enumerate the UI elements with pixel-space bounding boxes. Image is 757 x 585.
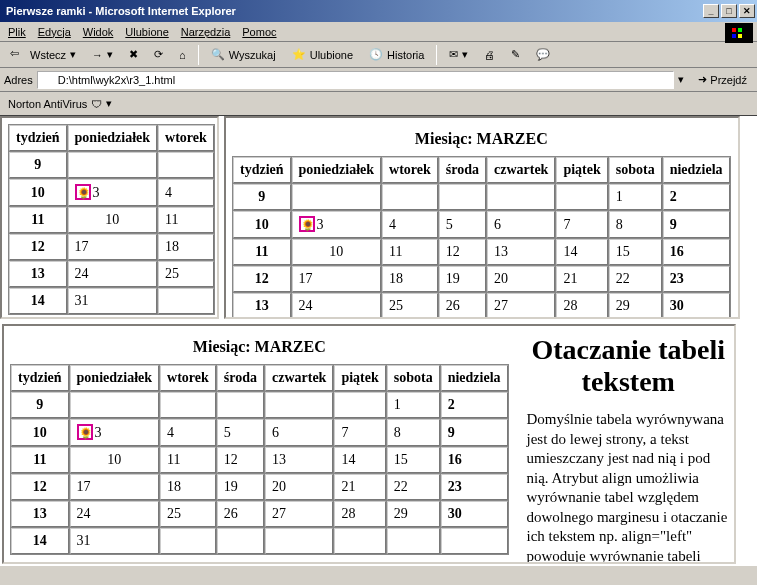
day-cell: 29 (609, 293, 662, 319)
day-cell: 🌻3 (292, 211, 381, 238)
table-row: 10🌻3456789 (11, 419, 508, 446)
day-cell: 4 (160, 419, 216, 446)
close-button[interactable]: ✕ (739, 4, 755, 18)
day-cell: 27 (265, 501, 333, 527)
menu-tools[interactable]: Narzędzia (181, 26, 231, 38)
day-cell: 5 (217, 419, 264, 446)
week-cell: 13 (11, 501, 69, 527)
maximize-button[interactable]: □ (721, 4, 737, 18)
cal-header: wtorek (158, 125, 214, 151)
cal-header: sobota (387, 365, 440, 391)
table-row: 912 (11, 392, 508, 418)
search-icon: 🔍 (211, 48, 225, 61)
favorites-button[interactable]: ⭐Ulubione (286, 46, 359, 63)
table-row: 1110111213141516 (233, 239, 730, 265)
flower-icon: 🌻 (75, 184, 91, 200)
address-dropdown[interactable]: ▾ (678, 73, 684, 86)
print-button[interactable]: 🖨 (478, 47, 501, 63)
day-cell: 10 (68, 207, 157, 233)
day-cell (382, 184, 438, 210)
address-input[interactable] (37, 71, 675, 89)
day-cell: 15 (387, 447, 440, 473)
day-cell: 7 (334, 419, 385, 446)
home-button[interactable]: ⌂ (173, 47, 192, 63)
norton-button[interactable]: Norton AntiVirus 🛡 ▾ (4, 95, 116, 112)
cal-header: niedziela (663, 157, 730, 183)
day-cell (487, 184, 555, 210)
frame-top-left[interactable]: tydzieńponiedziałekwtorek910🌻34111011121… (0, 116, 219, 319)
day-cell: 14 (334, 447, 385, 473)
history-button[interactable]: 🕓Historia (363, 46, 430, 63)
menu-edit[interactable]: Edycja (38, 26, 71, 38)
calendar-table: tydzieńponiedziałekwtorekśrodaczwartekpi… (232, 156, 731, 319)
table-row: 1217181920212223 (233, 266, 730, 292)
menu-file[interactable]: Plik (8, 26, 26, 38)
day-cell: 18 (160, 474, 216, 500)
day-cell: 11 (382, 239, 438, 265)
svg-rect-0 (732, 28, 736, 32)
refresh-button[interactable]: ⟳ (148, 46, 169, 63)
stop-button[interactable]: ✖ (123, 46, 144, 63)
day-cell: 26 (439, 293, 486, 319)
cal-header: tydzień (11, 365, 69, 391)
menu-help[interactable]: Pomoc (242, 26, 276, 38)
day-cell: 8 (387, 419, 440, 446)
table-row: 111011 (9, 207, 214, 233)
ie-logo-icon (725, 23, 753, 43)
day-cell: 18 (382, 266, 438, 292)
day-cell (292, 184, 381, 210)
day-cell: 24 (70, 501, 159, 527)
day-cell (334, 528, 385, 554)
back-button[interactable]: ⇦Wstecz ▾ (4, 45, 82, 65)
day-cell: 21 (556, 266, 607, 292)
svg-rect-3 (738, 34, 742, 38)
para: Domyślnie tabela wyrównywana jest do lew… (527, 410, 730, 564)
edit-button[interactable]: ✎ (505, 46, 526, 63)
day-cell: 25 (160, 501, 216, 527)
home-icon: ⌂ (179, 49, 186, 61)
day-cell: 31 (68, 288, 157, 314)
week-cell: 10 (233, 211, 291, 238)
day-cell: 13 (487, 239, 555, 265)
day-cell: 20 (265, 474, 333, 500)
week-cell: 12 (233, 266, 291, 292)
cal-header: środa (439, 157, 486, 183)
day-cell: 16 (663, 239, 730, 265)
week-cell: 14 (11, 528, 69, 554)
day-cell: 23 (663, 266, 730, 292)
discuss-button[interactable]: 💬 (530, 46, 556, 63)
week-cell: 13 (233, 293, 291, 319)
day-cell (158, 288, 214, 314)
search-button[interactable]: 🔍Wyszukaj (205, 46, 282, 63)
day-cell (556, 184, 607, 210)
menu-favorites[interactable]: Ulubione (125, 26, 168, 38)
week-cell: 10 (9, 179, 67, 206)
day-cell: 28 (556, 293, 607, 319)
mail-button[interactable]: ✉▾ (443, 46, 474, 63)
frame-bottom[interactable]: Miesiąc: MARZEC tydzieńponiedziałekwtore… (2, 324, 736, 564)
frame-top-right[interactable]: Miesiąc: MARZEC tydzieńponiedziałekwtore… (224, 116, 740, 319)
day-cell: 22 (609, 266, 662, 292)
go-button[interactable]: ➜Przejdź (692, 71, 753, 88)
minimize-button[interactable]: _ (703, 4, 719, 18)
week-cell: 12 (11, 474, 69, 500)
day-cell: 17 (292, 266, 381, 292)
table-row: 132425 (9, 261, 214, 287)
week-cell: 11 (9, 207, 67, 233)
menu-bar: Plik Edycja Widok Ulubione Narzędzia Pom… (0, 22, 757, 42)
flower-icon: 🌻 (299, 216, 315, 232)
day-cell: 25 (382, 293, 438, 319)
discuss-icon: 💬 (536, 48, 550, 61)
day-cell (70, 392, 159, 418)
svg-rect-1 (738, 28, 742, 32)
table-row: 1431 (11, 528, 508, 554)
title-bar: Pierwsze ramki - Microsoft Internet Expl… (0, 0, 757, 22)
day-cell: 18 (158, 234, 214, 260)
day-cell: 🌻3 (68, 179, 157, 206)
status-bar (0, 565, 757, 585)
day-cell: 15 (609, 239, 662, 265)
week-cell: 10 (11, 419, 69, 446)
day-cell: 6 (487, 211, 555, 238)
forward-button[interactable]: → ▾ (86, 46, 119, 63)
menu-view[interactable]: Widok (83, 26, 114, 38)
